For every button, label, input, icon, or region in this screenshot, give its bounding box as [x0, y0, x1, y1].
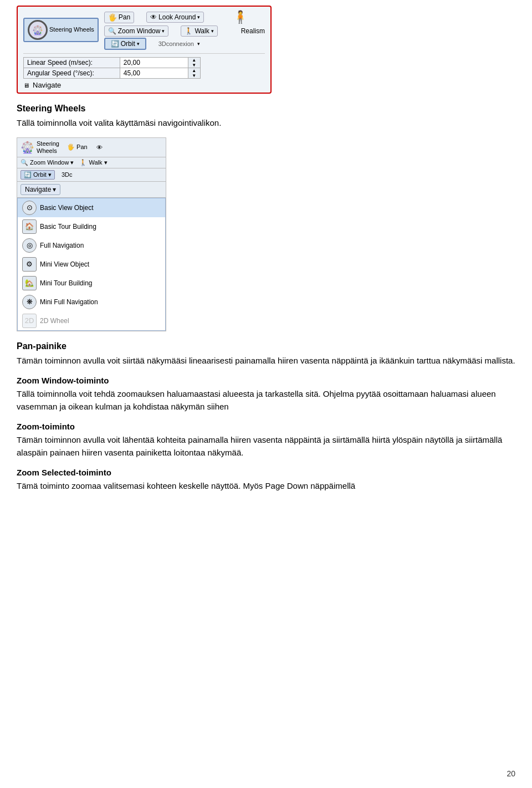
menu-item-mini-view-object[interactable]: ⚙ Mini View Object — [18, 255, 165, 274]
steering-wheels-para: Tällä toiminnolla voit valita käyttämäsi… — [17, 117, 515, 130]
nav-row-1: 🖐 Pan 👁 Look Around ▾ 🧍 — [104, 10, 265, 24]
pan-heading: Pan-painike — [17, 341, 515, 351]
zoom-window-heading: Zoom Window-toiminto — [17, 376, 515, 385]
pan-heading-bold: Pan-painike — [17, 341, 66, 351]
pan-para: Tämän toiminnon avulla voit siirtää näky… — [17, 355, 515, 367]
sw-navigate-row: Navigate ▾ — [17, 182, 166, 198]
sw-zoom-label: 🔍 Zoom Window ▾ — [21, 159, 74, 166]
zoom-section: Zoom-toiminto Tämän toiminnon avulla voi… — [17, 422, 515, 459]
pan-label: Pan — [119, 13, 130, 21]
pan-section: Pan-painike Tämän toiminnon avulla voit … — [17, 341, 515, 367]
angular-speed-spinner[interactable]: ▲▼ — [188, 68, 201, 79]
steering-wheels-heading: Steering Wheels — [17, 104, 515, 114]
mini-view-object-icon: ⚙ — [22, 257, 37, 272]
orbit-icon: 🔄 — [111, 40, 119, 48]
toolbar-box: 🎡 Steering Wheels 🖐 Pan 👁 Look Around ▾ — [17, 6, 272, 94]
pan-button[interactable]: 🖐 Pan — [104, 12, 134, 23]
zoom-arrow: ▾ — [162, 28, 165, 34]
nav-row-3: 🔄 Orbit ▾ 3Dconnexion ▾ — [104, 38, 265, 50]
linear-speed-label: Linear Speed (m/sec): — [24, 58, 120, 68]
angular-speed-row: Angular Speed (°/sec): 45,00 ▲▼ — [24, 68, 201, 79]
mini-tour-building-label: Mini Tour Building — [40, 279, 93, 287]
navigate-icon-small: 🖥 — [23, 82, 29, 89]
look-around-arrow: ▾ — [197, 14, 200, 20]
sw-orbit-label: 🔄 Orbit ▾ — [21, 170, 55, 180]
walk-label: Walk — [195, 27, 209, 35]
basic-tour-building-icon: 🏠 — [22, 219, 37, 234]
menu-item-basic-view-object[interactable]: ⊙ Basic View Object — [18, 198, 165, 217]
sw-pan-label: 🖐 Pan — [67, 144, 88, 151]
zoom-window-label: Zoom Window — [118, 27, 161, 35]
toolbar-section: 🎡 Steering Wheels 🖐 Pan 👁 Look Around ▾ — [17, 6, 515, 94]
zoom-selected-heading-bold: Zoom Selected-toiminto — [17, 468, 111, 477]
sw-menu-items: ⊙ Basic View Object 🏠 Basic Tour Buildin… — [17, 198, 166, 331]
mini-view-object-label: Mini View Object — [40, 260, 89, 268]
angular-speed-value[interactable]: 45,00 — [120, 68, 188, 79]
sw-3dc-label: 3Dc — [62, 171, 73, 178]
steering-wheels-label: Steering Wheels — [49, 26, 94, 33]
zoom-heading-bold: Zoom-toiminto — [17, 422, 75, 431]
steering-wheel-icon: 🎡 — [28, 20, 48, 40]
linear-speed-spinner[interactable]: ▲▼ — [188, 58, 201, 68]
sw-toolbar-top: 🎡 SteeringWheels 🖐 Pan 👁 — [17, 138, 166, 157]
zoom-icon: 🔍 — [108, 27, 116, 35]
full-navigation-icon: ◎ — [22, 238, 37, 253]
sw-walk-label: 🚶 Walk ▾ — [79, 159, 107, 166]
navigate-footer: 🖥 Navigate — [23, 81, 265, 89]
sw-steering-label: SteeringWheels — [37, 140, 59, 155]
look-around-icon: 👁 — [150, 13, 157, 21]
connexion-arrow: ▾ — [197, 41, 200, 47]
navigate-button[interactable]: Navigate ▾ — [21, 184, 60, 195]
look-around-button[interactable]: 👁 Look Around ▾ — [146, 12, 204, 23]
walk-arrow: ▾ — [211, 28, 214, 34]
walk-icon: 🚶 — [185, 27, 193, 35]
menu-item-basic-tour-building[interactable]: 🏠 Basic Tour Building — [18, 217, 165, 236]
sw-toolbar-row3: 🔄 Orbit ▾ 3Dc — [17, 168, 166, 182]
orbit-button[interactable]: 🔄 Orbit ▾ — [104, 38, 146, 50]
zoom-selected-section: Zoom Selected-toiminto Tämä toiminto zoo… — [17, 468, 515, 493]
steering-wheels-button[interactable]: 🎡 Steering Wheels — [23, 18, 99, 42]
mini-tour-building-icon: 🏡 — [22, 276, 37, 290]
mini-full-navigation-icon: ❋ — [22, 295, 37, 309]
walk-button[interactable]: 🚶 Walk ▾ — [181, 25, 217, 37]
orbit-arrow: ▾ — [137, 41, 140, 47]
menu-item-2d-wheel[interactable]: 2D 2D Wheel — [18, 311, 165, 330]
angular-speed-label: Angular Speed (°/sec): — [24, 68, 120, 79]
basic-view-object-icon: ⊙ — [22, 201, 37, 215]
toolbar-top-row: 🎡 Steering Wheels 🖐 Pan 👁 Look Around ▾ — [23, 10, 265, 54]
zoom-selected-para: Tämä toiminto zoomaa valitsemasi kohteen… — [17, 480, 515, 493]
page-number: 20 — [507, 769, 515, 778]
sw-look-icon: 👁 — [96, 144, 103, 151]
zoom-window-section: Zoom Window-toiminto Tällä toiminnolla v… — [17, 376, 515, 413]
hand-icon: 🖐 — [108, 13, 117, 22]
2d-wheel-icon: 2D — [22, 314, 37, 328]
connexion-label: 3Dconnexion — [158, 40, 194, 47]
zoom-window-button[interactable]: 🔍 Zoom Window ▾ — [104, 25, 169, 37]
look-around-label: Look Around — [158, 13, 196, 21]
zoom-selected-heading: Zoom Selected-toiminto — [17, 468, 515, 477]
basic-tour-building-label: Basic Tour Building — [40, 223, 96, 231]
nav-buttons-group: 🖐 Pan 👁 Look Around ▾ 🧍 🔍 — [104, 10, 265, 50]
sw-menu-container: 🎡 SteeringWheels 🖐 Pan 👁 🔍 Zoom Window ▾… — [17, 137, 166, 331]
2d-wheel-label: 2D Wheel — [40, 317, 69, 325]
navigate-label: Navigate — [33, 81, 61, 89]
orbit-label: Orbit — [121, 40, 135, 48]
sw-toolbar-row2: 🔍 Zoom Window ▾ 🚶 Walk ▾ — [17, 157, 166, 168]
navigate-btn-label: Navigate — [25, 186, 51, 193]
menu-item-full-navigation[interactable]: ◎ Full Navigation — [18, 236, 165, 255]
zoom-heading: Zoom-toiminto — [17, 422, 515, 431]
realism-label: Realism — [241, 27, 265, 35]
zoom-para: Tämän toiminnon avulla voit lähentää koh… — [17, 434, 515, 459]
linear-speed-value[interactable]: 20,00 — [120, 58, 188, 68]
zoom-window-heading-text: Zoom Window-toiminto — [17, 376, 109, 385]
menu-item-mini-tour-building[interactable]: 🏡 Mini Tour Building — [18, 274, 165, 293]
navigate-btn-arrow: ▾ — [53, 186, 56, 193]
steering-wheels-section: Steering Wheels Tällä toiminnolla voit v… — [17, 104, 515, 130]
linear-speed-row: Linear Speed (m/sec): 20,00 ▲▼ — [24, 58, 201, 68]
menu-item-mini-full-navigation[interactable]: ❋ Mini Full Navigation — [18, 293, 165, 311]
full-navigation-label: Full Navigation — [40, 242, 84, 249]
basic-view-object-label: Basic View Object — [40, 204, 94, 212]
menu-screenshot-area: 🎡 SteeringWheels 🖐 Pan 👁 🔍 Zoom Window ▾… — [17, 137, 515, 331]
sw-steering-icon: 🎡 — [21, 141, 34, 154]
realism-icon-area: 🧍 — [227, 10, 248, 24]
